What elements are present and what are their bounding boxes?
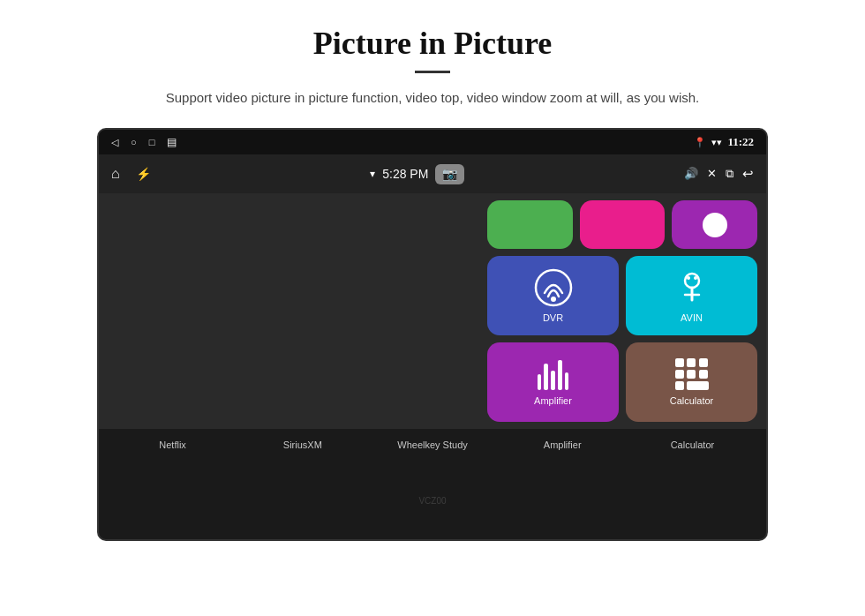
svg-point-18 <box>694 276 697 280</box>
status-bar: ◁ ○ □ ▤ 📍 ▾▾ 11:22 <box>99 130 766 154</box>
toolbar-left: ⌂ ⚡ <box>111 166 151 182</box>
toolbar-back-icon[interactable]: ↩ <box>742 166 754 182</box>
app-icon-dvr[interactable]: DVR <box>487 256 619 335</box>
toolbar-volume-icon[interactable]: 🔊 <box>684 167 698 181</box>
dvr-symbol <box>534 268 573 307</box>
label-siriusxm: SiriusXM <box>237 439 367 450</box>
amplifier-label: Amplifier <box>534 395 572 406</box>
home-icon[interactable]: ○ <box>131 137 137 147</box>
toolbar-center: ▾ 5:28 PM 📷 <box>370 164 464 184</box>
back-icon[interactable]: ◁ <box>111 137 118 148</box>
toolbar-usb-icon[interactable]: ⚡ <box>136 167 151 182</box>
page-subtitle: Support video picture in picture functio… <box>166 87 699 109</box>
recents-icon[interactable]: □ <box>149 137 155 147</box>
calc-key-2 <box>687 358 696 367</box>
device-frame: ◁ ○ □ ▤ 📍 ▾▾ 11:22 ⌂ ⚡ ▾ 5:28 PM 📷 <box>97 128 768 541</box>
toolbar-time: 5:28 PM <box>382 167 428 181</box>
app-row-top <box>487 200 757 249</box>
calculator-label: Calculator <box>670 395 714 406</box>
status-bar-left: ◁ ○ □ ▤ <box>111 136 177 149</box>
bookmark-icon[interactable]: ▤ <box>167 136 177 149</box>
signal-icon: ▾▾ <box>711 137 722 148</box>
amp-bar-1 <box>538 374 542 390</box>
calc-key-4 <box>675 370 684 379</box>
calc-key-8 <box>687 381 708 390</box>
avin-symbol <box>673 268 711 307</box>
watermark: VCZ00 <box>418 496 446 506</box>
app-icon-amplifier[interactable]: Amplifier <box>487 342 619 422</box>
status-time: 11:22 <box>727 135 754 149</box>
toolbar-wifi-icon: ▾ <box>370 168 375 181</box>
app-icon-green[interactable] <box>487 200 573 249</box>
bottom-labels: Netflix SiriusXM Wheelkey Study Amplifie… <box>99 429 766 461</box>
label-wheelkey: Wheelkey Study <box>367 439 497 450</box>
status-bar-right: 📍 ▾▾ 11:22 <box>694 135 754 149</box>
app-icon-pink[interactable] <box>580 200 666 249</box>
app-row-bottom: Amplifier <box>487 342 757 422</box>
calc-key-6 <box>699 370 708 379</box>
calc-symbol <box>675 358 709 390</box>
amp-symbol <box>538 358 569 390</box>
toolbar-pip-icon[interactable]: ⧉ <box>726 167 733 181</box>
calc-key-5 <box>687 370 696 379</box>
amp-bar-3 <box>551 371 555 390</box>
title-divider <box>415 71 450 73</box>
toolbar-camera-btn[interactable]: 📷 <box>435 164 464 184</box>
calc-key-7 <box>675 381 684 390</box>
page-title: Picture in Picture <box>313 25 553 62</box>
toolbar-home-icon[interactable]: ⌂ <box>111 166 120 182</box>
app-icon-avin[interactable]: AVIN <box>626 256 757 335</box>
app-grid-area: DVR AVIN <box>478 193 766 429</box>
avin-label: AVIN <box>681 312 703 323</box>
app-icon-calculator[interactable]: Calculator <box>626 342 757 422</box>
page-wrapper: Picture in Picture Support video picture… <box>0 0 865 616</box>
toolbar-close-icon[interactable]: ✕ <box>707 167 717 181</box>
svg-point-17 <box>687 276 690 280</box>
main-content: 📷 − + ✕ ⏮ ▶ ⏭ <box>99 193 766 429</box>
amp-bar-4 <box>558 360 562 390</box>
svg-point-14 <box>685 274 699 288</box>
app-row-mid: DVR AVIN <box>487 256 757 335</box>
toolbar-right: 🔊 ✕ ⧉ ↩ <box>684 166 754 182</box>
calc-key-3 <box>699 358 708 367</box>
amp-bar-2 <box>544 364 548 390</box>
dvr-label: DVR <box>543 312 563 323</box>
amp-bar-5 <box>565 372 569 390</box>
app-icon-purple[interactable] <box>672 200 757 249</box>
svg-point-13 <box>551 297 556 302</box>
label-amplifier: Amplifier <box>498 439 628 450</box>
calc-key-1 <box>675 358 684 367</box>
label-netflix: Netflix <box>108 439 237 450</box>
app-toolbar: ⌂ ⚡ ▾ 5:28 PM 📷 🔊 ✕ ⧉ ↩ <box>99 154 766 193</box>
label-calculator: Calculator <box>628 439 757 450</box>
location-icon: 📍 <box>694 137 706 148</box>
